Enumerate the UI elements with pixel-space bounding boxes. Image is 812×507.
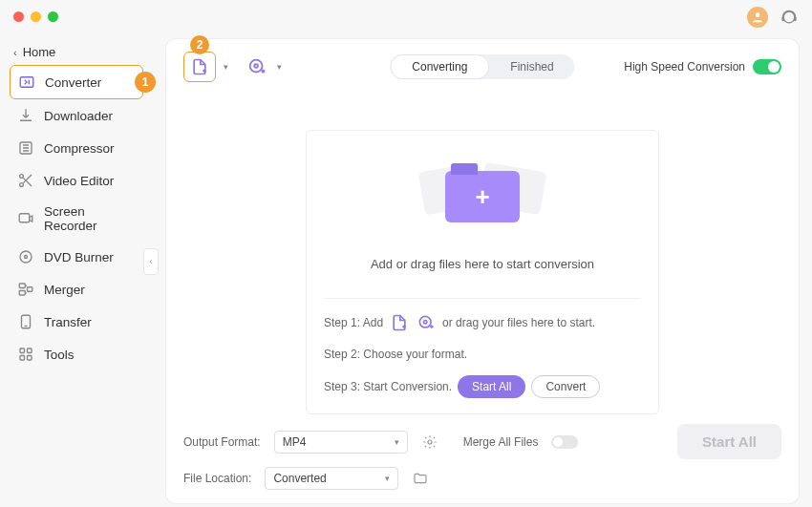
high-speed-toggle[interactable] [753, 59, 781, 74]
transfer-icon [17, 313, 34, 330]
svg-rect-16 [28, 349, 32, 353]
open-folder-icon[interactable] [412, 470, 429, 487]
sidebar-item-merger[interactable]: Merger [10, 273, 143, 306]
tab-finished[interactable]: Finished [489, 54, 574, 79]
titlebar [0, 0, 812, 33]
disc-icon [17, 248, 34, 265]
svg-rect-18 [28, 356, 32, 361]
start-all-button[interactable]: Start All [458, 375, 525, 398]
hsc-label: High Speed Conversion [624, 60, 745, 74]
scissors-icon [17, 172, 34, 189]
sidebar-item-label: Screen Recorder [44, 204, 136, 233]
svg-rect-3 [794, 17, 797, 21]
svg-rect-8 [19, 214, 30, 222]
bottom-bar-row-2: File Location: Converted ▾ [166, 467, 799, 503]
drop-text: Add or drag files here to start conversi… [371, 257, 594, 271]
output-format-label: Output Format: [183, 435, 261, 449]
disc-add-icon [246, 56, 267, 77]
sidebar-item-label: DVD Burner [44, 250, 114, 264]
support-icon[interactable] [780, 8, 799, 27]
svg-point-21 [419, 316, 431, 327]
add-file-button[interactable]: 2 [183, 52, 216, 82]
home-link[interactable]: ‹ Home [10, 39, 143, 65]
settings-icon[interactable] [421, 433, 438, 451]
svg-point-20 [254, 64, 258, 68]
toolbar: 2 ▾ ▾ Converting Finished High Speed Con… [166, 39, 799, 92]
sidebar-item-label: Converter [45, 75, 101, 90]
tabs: Converting Finished [390, 54, 574, 79]
tab-converting[interactable]: Converting [390, 54, 489, 79]
svg-rect-12 [19, 291, 25, 296]
add-url-dropdown[interactable]: ▾ [273, 62, 285, 72]
file-add-icon[interactable] [389, 312, 410, 333]
add-url-button[interactable] [245, 54, 269, 79]
output-format-select[interactable]: MP4 ▾ [274, 431, 408, 454]
sidebar-item-tools[interactable]: Tools [10, 338, 143, 370]
sidebar-item-label: Transfer [44, 315, 92, 329]
svg-point-6 [20, 175, 24, 179]
grid-icon [17, 346, 34, 363]
chevron-down-icon: ▾ [385, 474, 390, 483]
disc-add-icon[interactable] [416, 312, 437, 333]
step-2: Step 2: Choose your format. [324, 348, 641, 361]
compressor-icon [17, 139, 34, 157]
svg-point-0 [756, 12, 760, 17]
sidebar-item-converter[interactable]: Converter 1 [10, 65, 143, 99]
svg-point-7 [20, 183, 24, 187]
svg-point-10 [25, 256, 28, 259]
sidebar-item-label: Tools [44, 348, 75, 362]
sidebar-item-video-editor[interactable]: Video Editor [10, 164, 143, 197]
file-location-label: File Location: [183, 472, 251, 485]
svg-rect-2 [782, 17, 785, 21]
sidebar-item-transfer[interactable]: Transfer [10, 306, 143, 338]
svg-point-23 [428, 440, 432, 444]
maximize-window-icon[interactable] [48, 11, 58, 22]
home-label: Home [23, 45, 56, 59]
sidebar-item-label: Downloader [44, 109, 113, 123]
sidebar-item-dvd-burner[interactable]: DVD Burner [10, 241, 143, 273]
avatar[interactable] [747, 7, 768, 28]
svg-rect-13 [28, 287, 32, 292]
file-add-icon [190, 57, 209, 76]
start-all-main-button[interactable]: Start All [677, 424, 781, 459]
svg-rect-11 [19, 284, 25, 288]
downloader-icon [17, 107, 34, 124]
step-badge-2: 2 [190, 35, 209, 54]
step-1: Step 1: Add or drag your files here to s… [324, 312, 641, 333]
high-speed-toggle-group: High Speed Conversion [624, 59, 781, 74]
svg-point-1 [783, 11, 795, 23]
svg-rect-15 [20, 349, 25, 353]
chevron-left-icon: ‹ [13, 47, 17, 58]
merge-toggle[interactable] [551, 435, 578, 449]
merge-label: Merge All Files [463, 435, 539, 449]
minimize-window-icon[interactable] [31, 11, 41, 22]
merger-icon [17, 281, 34, 298]
sidebar: ‹ Home Converter 1 Downloader Compressor [0, 33, 153, 507]
window-controls [13, 11, 58, 22]
sidebar-item-downloader[interactable]: Downloader [10, 99, 143, 132]
drop-zone[interactable]: + Add or drag files here to start conver… [306, 130, 659, 414]
sidebar-collapse-button[interactable]: ‹ [143, 248, 159, 275]
converter-icon [18, 74, 35, 91]
bottom-bar: Output Format: MP4 ▾ Merge All Files Sta… [166, 414, 799, 473]
sidebar-item-compressor[interactable]: Compressor [10, 132, 143, 164]
file-location-select[interactable]: Converted ▾ [265, 467, 398, 490]
close-window-icon[interactable] [13, 11, 24, 22]
recorder-icon [17, 210, 34, 227]
chevron-down-icon: ▾ [395, 437, 399, 447]
main-area: 2 ▾ ▾ Converting Finished High Speed Con… [153, 33, 812, 507]
add-file-dropdown[interactable]: ▾ [220, 62, 231, 72]
step-3: Step 3: Start Conversion. Start All Conv… [324, 375, 641, 398]
svg-rect-17 [20, 356, 25, 361]
svg-point-19 [250, 60, 263, 73]
steps: Step 1: Add or drag your files here to s… [324, 298, 641, 398]
sidebar-item-label: Merger [44, 283, 85, 297]
svg-point-9 [20, 251, 32, 263]
svg-point-22 [424, 321, 427, 324]
plus-icon: + [475, 182, 489, 212]
folder-illustration: + [416, 154, 549, 240]
sidebar-item-label: Compressor [44, 141, 115, 156]
sidebar-item-screen-recorder[interactable]: Screen Recorder [10, 197, 143, 241]
sidebar-item-label: Video Editor [44, 174, 114, 188]
convert-button[interactable]: Convert [531, 375, 600, 398]
